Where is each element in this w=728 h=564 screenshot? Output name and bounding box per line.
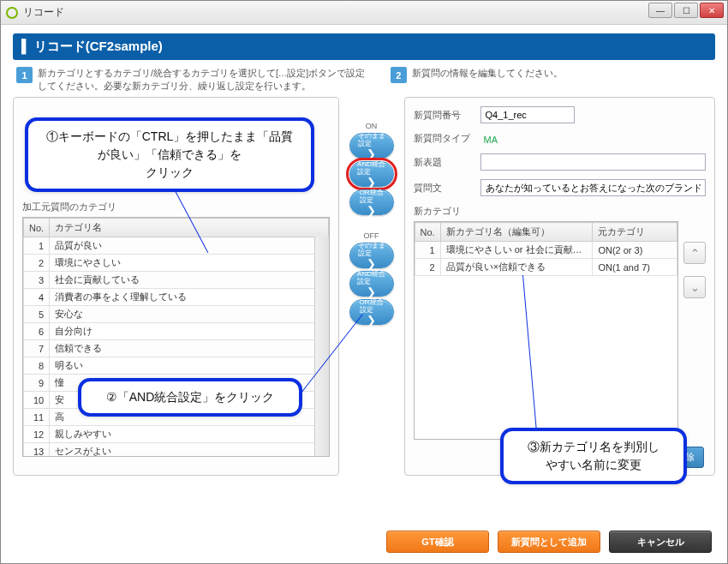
table-row[interactable]: 6自分向け <box>24 323 329 340</box>
newcat-col-no: No. <box>415 223 440 242</box>
chevron-up-icon: ⌃ <box>690 247 700 260</box>
chevron-right-icon: ❯ <box>367 205 376 216</box>
col-name: カテゴリ名 <box>50 219 328 237</box>
app-icon <box>6 7 18 19</box>
close-button[interactable]: ✕ <box>700 3 724 18</box>
step-badge-2: 2 <box>391 67 407 83</box>
off-and-merge-button[interactable]: AND統合 設定❯ <box>349 271 394 297</box>
new-title-label: 新表題 <box>414 156 474 169</box>
new-qtype-value: MA <box>480 133 498 145</box>
table-row[interactable]: 7信頼できる <box>24 340 329 357</box>
source-table: No. カテゴリ名 1品質が良い2環境にやさしい3社会に貢献している4消費者の事… <box>22 217 330 457</box>
off-group-label: OFF <box>364 232 379 240</box>
new-qnum-input[interactable] <box>480 106 575 123</box>
table-row[interactable]: 1環境にやさしい or 社会に貢献しているON(2 or 3) <box>415 242 677 259</box>
transfer-buttons-column: ON そのまま 設定❯ AND統合 設定❯ OR統合 設定❯ OFF そのまま … <box>343 97 401 476</box>
gt-confirm-button[interactable]: GT確認 <box>386 531 489 553</box>
table-row[interactable]: 8明るい <box>24 357 329 375</box>
callout-3: ③新カテゴリ名を判別し やすい名前に変更 <box>500 428 687 484</box>
on-and-merge-button[interactable]: AND統合 設定❯ <box>349 161 394 187</box>
newcat-col-src: 元カテゴリ <box>593 223 677 242</box>
new-title-input[interactable] <box>480 153 706 171</box>
off-sonomama-button[interactable]: そのまま 設定❯ <box>349 243 394 268</box>
table-row[interactable]: 1品質が良い <box>24 237 329 255</box>
titlebar: リコード — ☐ ✕ <box>1 1 727 25</box>
newcat-col-name: 新カテゴリ名（編集可） <box>440 223 593 242</box>
source-section-label: 加工元質問のカテゴリ <box>22 201 330 213</box>
new-qnum-label: 新質問番号 <box>414 109 474 122</box>
table-row[interactable]: 12親しみやすい <box>24 426 329 443</box>
new-qtype-label: 新質問タイプ <box>414 132 474 145</box>
instruction-1-text: 新カテゴリとするカテゴリ/統合するカテゴリを選択して[…設定]ボタンで設定してく… <box>38 67 373 92</box>
instruction-2: 2 新質問の情報を編集してください。 <box>391 67 712 92</box>
new-qtext-input[interactable] <box>480 179 706 196</box>
app-window: リコード — ☐ ✕ ▌ リコード(CF2sample) 1 新カテゴリとするカ… <box>0 0 728 564</box>
instruction-2-text: 新質問の情報を編集してください。 <box>412 67 563 80</box>
maximize-button[interactable]: ☐ <box>674 3 698 18</box>
new-qtext-label: 質問文 <box>414 182 474 195</box>
chevron-right-icon: ❯ <box>367 286 376 297</box>
minimize-button[interactable]: — <box>648 3 672 18</box>
newcat-section-label: 新カテゴリ <box>414 205 706 218</box>
chevron-right-icon: ❯ <box>367 258 376 269</box>
table-row[interactable]: 4消費者の事をよく理解している <box>24 289 329 306</box>
chevron-right-icon: ❯ <box>367 148 376 159</box>
on-sonomama-button[interactable]: そのまま 設定❯ <box>349 133 394 159</box>
chevron-down-icon: ⌄ <box>690 281 700 294</box>
table-row[interactable]: 3社会に貢献している <box>24 272 329 289</box>
table-row[interactable]: 5安心な <box>24 306 329 323</box>
table-row[interactable]: 2環境にやさしい <box>24 255 329 272</box>
col-no: No. <box>24 219 50 237</box>
step-badge-1: 1 <box>16 67 33 83</box>
scrollbar[interactable] <box>314 237 329 456</box>
move-down-button[interactable]: ⌄ <box>683 276 706 298</box>
chevron-right-icon: ❯ <box>367 177 376 188</box>
page-title: ▌ リコード(CF2sample) <box>13 33 715 60</box>
table-row[interactable]: 13センスがよい <box>24 443 329 458</box>
callout-2: ②「AND統合設定」をクリック <box>78 378 302 417</box>
cancel-button[interactable]: キャンセル <box>609 531 712 553</box>
chevron-right-icon: ❯ <box>367 315 376 326</box>
window-title: リコード <box>23 5 64 20</box>
new-question-panel: 新質問番号 新質問タイプ MA 新表題 質問文 新 <box>404 97 715 476</box>
on-or-merge-button[interactable]: OR統合 設定❯ <box>349 189 394 215</box>
instruction-1: 1 新カテゴリとするカテゴリ/統合するカテゴリを選択して[…設定]ボタンで設定し… <box>16 67 373 92</box>
page-title-text: リコード(CF2sample) <box>34 39 163 53</box>
newcat-table: No. 新カテゴリ名（編集可） 元カテゴリ 1環境にやさしい or 社会に貢献し… <box>414 221 678 440</box>
on-group-label: ON <box>366 123 378 130</box>
table-row[interactable]: 2品質が良い×信頼できるON(1 and 7) <box>415 259 677 276</box>
add-as-new-question-button[interactable]: 新質問として追加 <box>498 531 600 553</box>
move-up-button[interactable]: ⌃ <box>683 242 706 264</box>
callout-1: ①キーボードの「CTRL」を押したまま「品質が良い」「信頼できる」を クリック <box>25 117 314 192</box>
